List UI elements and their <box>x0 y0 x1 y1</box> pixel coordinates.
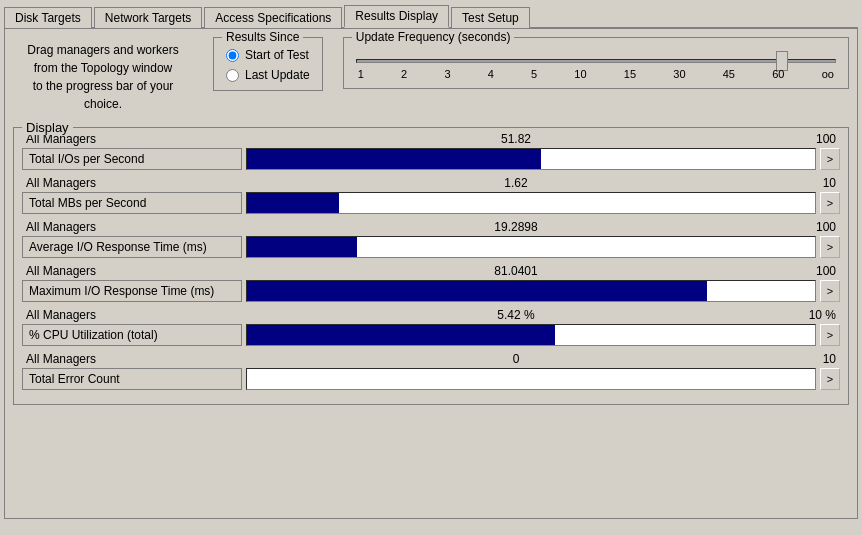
metric-max-total-ios: 100 <box>786 132 836 146</box>
metric-value-error-count: 0 <box>246 352 786 366</box>
metric-value-cpu-util: 5.42 % <box>246 308 786 322</box>
metric-manager-avg-io-response: All Managers <box>26 220 246 234</box>
metric-arrow-btn-avg-io-response[interactable]: > <box>820 236 840 258</box>
metric-header-avg-io-response: All Managers19.2898100 <box>22 220 840 234</box>
metric-section-cpu-util: All Managers5.42 %10 %% CPU Utilization … <box>22 308 840 346</box>
display-group: Display All Managers51.82100Total I/Os p… <box>13 127 849 405</box>
metric-header-cpu-util: All Managers5.42 %10 % <box>22 308 840 322</box>
metric-header-max-io-response: All Managers81.0401100 <box>22 264 840 278</box>
metric-manager-error-count: All Managers <box>26 352 246 366</box>
metric-header-total-mbs: All Managers1.6210 <box>22 176 840 190</box>
metric-bar-container-avg-io-response <box>246 236 816 258</box>
metric-name-total-ios: Total I/Os per Second <box>22 148 242 170</box>
metric-arrow-btn-cpu-util[interactable]: > <box>820 324 840 346</box>
metric-bar-fill-total-ios <box>247 149 541 169</box>
radio-last-update[interactable]: Last Update <box>226 68 310 82</box>
metric-value-avg-io-response: 19.2898 <box>246 220 786 234</box>
metric-bar-fill-avg-io-response <box>247 237 357 257</box>
metric-bar-container-total-ios <box>246 148 816 170</box>
metric-max-avg-io-response: 100 <box>786 220 836 234</box>
tab-bar: Disk Targets Network Targets Access Spec… <box>4 4 858 29</box>
metric-section-avg-io-response: All Managers19.2898100Average I/O Respon… <box>22 220 840 258</box>
metric-manager-total-mbs: All Managers <box>26 176 246 190</box>
metric-bar-row-error-count: Total Error Count> <box>22 368 840 390</box>
top-section: Drag managers and workersfrom the Topolo… <box>13 37 849 117</box>
tick-2: 2 <box>401 68 407 80</box>
update-freq-group: Update Frequency (seconds) 1 2 3 4 5 10 … <box>343 37 849 89</box>
radio-last-label: Last Update <box>245 68 310 82</box>
tab-results-display[interactable]: Results Display <box>344 5 449 28</box>
metric-max-cpu-util: 10 % <box>786 308 836 322</box>
metric-manager-cpu-util: All Managers <box>26 308 246 322</box>
slider-container: 1 2 3 4 5 10 15 30 45 60 oo <box>356 52 836 80</box>
metric-arrow-btn-max-io-response[interactable]: > <box>820 280 840 302</box>
metric-name-avg-io-response: Average I/O Response Time (ms) <box>22 236 242 258</box>
metric-max-error-count: 10 <box>786 352 836 366</box>
tick-3: 3 <box>444 68 450 80</box>
metric-bar-fill-max-io-response <box>247 281 707 301</box>
metric-name-total-mbs: Total MBs per Second <box>22 192 242 214</box>
drag-hint: Drag managers and workersfrom the Topolo… <box>13 37 193 117</box>
tick-10: 10 <box>574 68 586 80</box>
tick-60: 60 <box>772 68 784 80</box>
tab-test-setup[interactable]: Test Setup <box>451 7 530 28</box>
tick-oo: oo <box>822 68 834 80</box>
radio-start-of-test[interactable]: Start of Test <box>226 48 310 62</box>
metric-name-cpu-util: % CPU Utilization (total) <box>22 324 242 346</box>
metrics-container: All Managers51.82100Total I/Os per Secon… <box>22 132 840 390</box>
metric-manager-max-io-response: All Managers <box>26 264 246 278</box>
metric-bar-fill-total-mbs <box>247 193 339 213</box>
metric-bar-row-cpu-util: % CPU Utilization (total)> <box>22 324 840 346</box>
tick-1: 1 <box>358 68 364 80</box>
metric-bar-fill-cpu-util <box>247 325 555 345</box>
tick-5: 5 <box>531 68 537 80</box>
radio-last-input[interactable] <box>226 69 239 82</box>
metric-section-max-io-response: All Managers81.0401100Maximum I/O Respon… <box>22 264 840 302</box>
metric-value-total-mbs: 1.62 <box>246 176 786 190</box>
tick-45: 45 <box>723 68 735 80</box>
metric-value-max-io-response: 81.0401 <box>246 264 786 278</box>
metric-header-total-ios: All Managers51.82100 <box>22 132 840 146</box>
metric-max-max-io-response: 100 <box>786 264 836 278</box>
metric-max-total-mbs: 10 <box>786 176 836 190</box>
metric-bar-row-avg-io-response: Average I/O Response Time (ms)> <box>22 236 840 258</box>
metric-bar-row-total-mbs: Total MBs per Second> <box>22 192 840 214</box>
tick-30: 30 <box>673 68 685 80</box>
metric-name-max-io-response: Maximum I/O Response Time (ms) <box>22 280 242 302</box>
update-freq-slider[interactable] <box>356 59 836 63</box>
results-since-label: Results Since <box>222 30 303 44</box>
metric-section-total-mbs: All Managers1.6210Total MBs per Second> <box>22 176 840 214</box>
radio-start-label: Start of Test <box>245 48 309 62</box>
metric-section-error-count: All Managers010Total Error Count> <box>22 352 840 390</box>
metric-bar-container-error-count <box>246 368 816 390</box>
metric-arrow-btn-total-ios[interactable]: > <box>820 148 840 170</box>
metric-name-error-count: Total Error Count <box>22 368 242 390</box>
results-since-group: Results Since Start of Test Last Update <box>213 37 323 91</box>
metric-arrow-btn-error-count[interactable]: > <box>820 368 840 390</box>
metric-bar-container-cpu-util <box>246 324 816 346</box>
tick-4: 4 <box>488 68 494 80</box>
metric-bar-row-total-ios: Total I/Os per Second> <box>22 148 840 170</box>
tab-network-targets[interactable]: Network Targets <box>94 7 202 28</box>
metric-arrow-btn-total-mbs[interactable]: > <box>820 192 840 214</box>
radio-start-input[interactable] <box>226 49 239 62</box>
tab-disk-targets[interactable]: Disk Targets <box>4 7 92 28</box>
metric-value-total-ios: 51.82 <box>246 132 786 146</box>
metric-bar-row-max-io-response: Maximum I/O Response Time (ms)> <box>22 280 840 302</box>
tick-15: 15 <box>624 68 636 80</box>
update-freq-label: Update Frequency (seconds) <box>352 30 515 44</box>
metric-bar-container-total-mbs <box>246 192 816 214</box>
tab-access-specs[interactable]: Access Specifications <box>204 7 342 28</box>
metric-header-error-count: All Managers010 <box>22 352 840 366</box>
metric-section-total-ios: All Managers51.82100Total I/Os per Secon… <box>22 132 840 170</box>
metric-bar-container-max-io-response <box>246 280 816 302</box>
display-label: Display <box>22 120 73 135</box>
tab-content-results-display: Drag managers and workersfrom the Topolo… <box>4 29 858 519</box>
